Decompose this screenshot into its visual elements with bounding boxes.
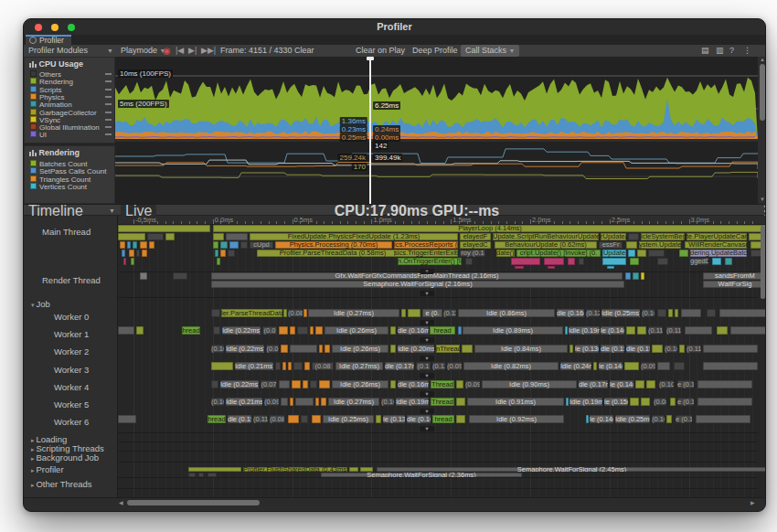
timeline-sample[interactable]	[456, 415, 465, 423]
timeline-sample[interactable]: Idle (0.19m	[396, 398, 429, 406]
timeline-sample[interactable]: FixedUpdate.PhysicsFixedUpdate (1.23ms)	[250, 233, 458, 240]
timeline-sample[interactable]	[685, 326, 712, 335]
timeline-sample[interactable]: BehaviourUpdate (0.62ms)	[495, 241, 597, 249]
timeline-sample[interactable]	[725, 258, 732, 265]
timeline-sample[interactable]: (0.10)	[652, 415, 665, 423]
scroll-down-icon[interactable]: ▼	[758, 197, 766, 202]
timeline-sample[interactable]	[637, 326, 646, 335]
timeline-sample[interactable]: le (0.13m	[383, 415, 405, 423]
timeline-sample[interactable]	[602, 258, 626, 265]
timeline-sample[interactable]: Idle (0.19ms)	[569, 326, 600, 335]
timeline-sample[interactable]: (0.11n	[253, 415, 268, 423]
timeline-sample[interactable]	[648, 250, 665, 257]
thread-label-job[interactable]: ▾ Job	[24, 299, 125, 309]
thread-label-worker-4[interactable]: Worker 4	[24, 382, 148, 392]
timeline-sample[interactable]: dle (0.15m	[601, 345, 624, 353]
timeline-sample[interactable]: Idle (0.82ms)	[463, 362, 559, 370]
timeline-sample[interactable]	[625, 272, 631, 280]
timeline-sample[interactable]	[140, 272, 147, 280]
timeline-sample[interactable]	[548, 266, 555, 269]
timeline-sample[interactable]: WaitForSig	[703, 281, 766, 288]
legend-item-scripts[interactable]: Scripts	[30, 86, 61, 93]
timeline-sample[interactable]	[607, 266, 614, 269]
timeline-sample[interactable]: dle (0.16m	[407, 415, 431, 423]
timeline-sample[interactable]: Semaphore.WaitForSignal (2.16ms)	[211, 281, 624, 288]
thread-label-worker-1[interactable]: Worker 1	[24, 329, 148, 339]
foldout-closed-icon[interactable]: ▸	[31, 455, 36, 462]
timeline-sample[interactable]	[458, 326, 462, 335]
timeline-sample[interactable]: dle (0.17ms)	[385, 362, 414, 370]
timeline-sample[interactable]	[465, 258, 473, 265]
timeline-sample[interactable]: (0.07	[261, 380, 277, 388]
timeline-sample[interactable]: hread	[430, 326, 455, 335]
timeline-sample[interactable]	[586, 415, 589, 423]
timeline-sample[interactable]	[703, 345, 758, 353]
timeline-sample[interactable]	[376, 415, 381, 423]
thread-expand-button[interactable]: ▼	[420, 426, 434, 431]
timeline-sample[interactable]	[123, 258, 126, 265]
timeline-sample[interactable]: sandsFromM	[703, 272, 766, 280]
legend-drag-handle[interactable]	[105, 80, 112, 82]
timeline-sample[interactable]	[129, 250, 134, 257]
timeline-sample[interactable]: (0.11m	[443, 309, 456, 317]
foldout-open-icon[interactable]: ▾	[31, 302, 36, 308]
kebab-menu-icon[interactable]: ⋮	[743, 45, 751, 57]
timeline-sample[interactable]: cript.Update() [Invoke] (0.	[516, 250, 601, 257]
scroll-left-icon[interactable]: ◀	[119, 499, 123, 505]
scroll-up-icon[interactable]: ▲	[758, 57, 766, 62]
timeline-sample[interactable]: (0.11m	[687, 345, 701, 353]
timeline-sample[interactable]	[147, 233, 164, 240]
timeline-sample[interactable]: dle (0.16ms	[398, 326, 429, 335]
h-scrollbar-track[interactable]: ◀ ▶	[24, 497, 766, 506]
selected-frame-handle[interactable]	[367, 57, 374, 60]
timeline-sample[interactable]	[136, 250, 140, 257]
timeline-sample[interactable]	[229, 241, 239, 249]
timeline-sample[interactable]: Idle (0.24ms)	[560, 362, 591, 370]
timeline-sample[interactable]: (0.11m	[666, 326, 681, 335]
thread-label-other-threads[interactable]: ▸ Other Threads	[24, 479, 125, 489]
timeline-sample[interactable]	[220, 250, 226, 257]
legend-item-vsync[interactable]: VSync	[30, 116, 60, 123]
timeline-sample[interactable]: le (0.14m	[601, 326, 624, 335]
thread-label-worker-5[interactable]: Worker 5	[24, 399, 148, 410]
legend-drag-handle[interactable]	[105, 119, 112, 121]
timeline-sample[interactable]	[681, 309, 701, 317]
timeline-sample[interactable]: Idle (0.25ms)	[601, 309, 640, 317]
timeline-sample[interactable]	[462, 345, 473, 353]
timeline-sample[interactable]: e (0.11m	[677, 398, 694, 406]
timeline-sample[interactable]: Idle (0.92ms)	[469, 415, 564, 423]
timeline-sample[interactable]	[310, 326, 314, 335]
timeline-sample[interactable]: (0.12m	[432, 362, 445, 370]
timeline-sample[interactable]: le (0.15m	[604, 398, 628, 406]
timeline-sample[interactable]: rUpdateAn	[601, 233, 626, 240]
timeline-sample[interactable]	[240, 241, 248, 249]
timeline-sample[interactable]	[226, 233, 248, 240]
timeline-sample[interactable]	[220, 241, 228, 249]
timeline-sample[interactable]	[674, 362, 685, 370]
timeline-sample[interactable]	[703, 362, 758, 370]
timeline-sample[interactable]	[149, 241, 154, 249]
timeline-sample[interactable]	[657, 362, 670, 370]
timeline-sample[interactable]: (0.10r	[211, 345, 224, 353]
title-bar[interactable]: Profiler	[24, 19, 765, 36]
timeline-sample[interactable]: Idle (0.25ms)	[615, 415, 650, 423]
thread-expand-button[interactable]: ▼	[420, 291, 434, 296]
timeline-sample[interactable]: Update	[602, 250, 626, 257]
timeline-sample[interactable]	[295, 398, 314, 406]
call-stacks-dropdown[interactable]: Call Stacks ▼	[461, 45, 519, 57]
timeline-sample[interactable]	[679, 250, 688, 257]
timeline-sample[interactable]	[297, 326, 308, 335]
timeline-sample[interactable]	[279, 380, 290, 388]
timeline-sample[interactable]	[628, 233, 639, 240]
foldout-closed-icon[interactable]: ▸	[31, 437, 36, 443]
timeline-sample[interactable]: essFr	[599, 241, 623, 249]
timeline-sample[interactable]	[666, 415, 672, 423]
timeline-sample[interactable]: (0.10)	[665, 345, 677, 353]
deep-profile-toggle[interactable]: Deep Profile	[412, 45, 458, 57]
next-frame-button[interactable]: ▶|	[188, 45, 197, 57]
timeline-sample[interactable]	[292, 380, 301, 388]
timeline-sample[interactable]: (0.0	[266, 345, 279, 353]
timeline-sample[interactable]	[290, 398, 293, 406]
thread-label-worker-2[interactable]: Worker 2	[24, 346, 148, 356]
timeline-sample[interactable]: Idle (0.91ms)	[467, 398, 564, 406]
